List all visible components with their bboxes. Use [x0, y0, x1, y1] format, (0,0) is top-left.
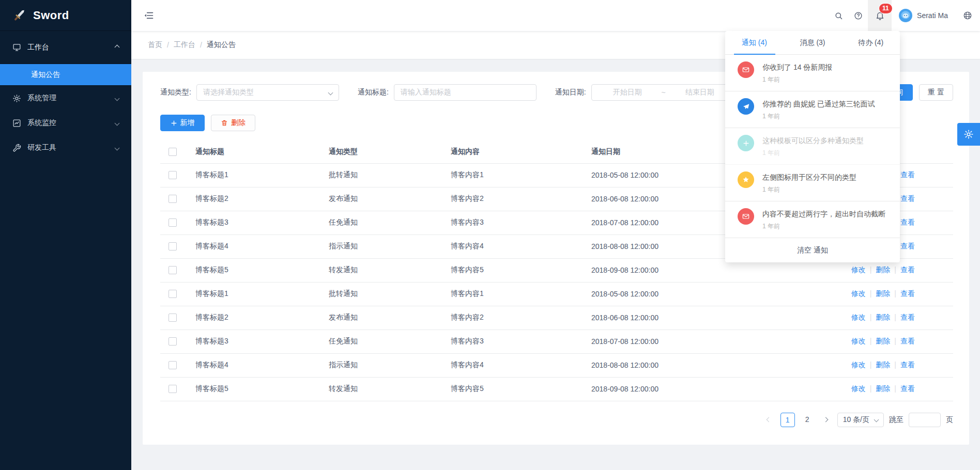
notice-title-input[interactable]: 请输入通知标题 — [394, 84, 537, 101]
delete-link[interactable]: 删除 — [876, 384, 890, 393]
sword-icon — [11, 8, 27, 23]
menu-fold-icon — [144, 10, 154, 21]
notification-item[interactable]: 左侧图标用于区分不同的类型 1 年前 — [725, 165, 900, 201]
chevron-down-icon — [115, 96, 120, 101]
tab-todo[interactable]: 待办 (4) — [841, 31, 900, 54]
table-row: 博客标题4 指示通知 博客内容4 2018-08-08 12:00:00 修改|… — [160, 353, 953, 377]
view-link[interactable]: 查看 — [900, 361, 915, 369]
notification-item[interactable]: 你收到了 14 份新周报 1 年前 — [725, 55, 900, 91]
cell-type: 批转通知 — [323, 282, 445, 306]
notification-item[interactable]: 内容不要超过两行字，超出时自动截断 1 年前 — [725, 201, 900, 238]
row-checkbox[interactable] — [169, 195, 177, 203]
notice-type-select[interactable]: 请选择通知类型 — [196, 84, 339, 101]
chart-icon — [12, 119, 21, 128]
page-size-select[interactable]: 10 条/页 — [837, 413, 884, 427]
breadcrumb-current: 通知公告 — [207, 40, 236, 50]
edit-link[interactable]: 修改 — [851, 289, 866, 297]
breadcrumb-separator: / — [167, 41, 169, 49]
delete-button[interactable]: 删除 — [211, 115, 255, 131]
tab-notice[interactable]: 通知 (4) — [725, 31, 784, 54]
view-link[interactable]: 查看 — [900, 218, 915, 226]
notice-date-range-input[interactable]: 开始日期 ~ 结束日期 — [591, 84, 736, 101]
help-button[interactable] — [848, 0, 868, 31]
breadcrumb-workbench[interactable]: 工作台 — [174, 40, 195, 50]
cell-title: 博客标题5 — [189, 377, 323, 401]
notification-item[interactable]: 你推荐的 曲妮妮 已通过第三轮面试 1 年前 — [725, 91, 900, 128]
user-menu[interactable]: Serati Ma — [892, 0, 955, 31]
cell-content: 博客内容4 — [445, 234, 585, 258]
cell-content: 博客内容2 — [445, 306, 585, 330]
sidebar-item-dev-tools[interactable]: 研发工具 — [0, 135, 131, 160]
view-link[interactable]: 查看 — [900, 242, 915, 250]
row-checkbox[interactable] — [169, 218, 177, 227]
sidebar-item-workbench[interactable]: 工作台 — [0, 31, 131, 64]
cell-type: 任免通知 — [323, 330, 445, 353]
view-link[interactable]: 查看 — [900, 337, 915, 345]
notification-panel: 通知 (4) 消息 (3) 待办 (4) 你收到了 14 份新周报 1 年前 你… — [725, 31, 900, 262]
next-page-button[interactable] — [820, 413, 832, 427]
search-button[interactable] — [829, 0, 848, 31]
menu-fold-button[interactable] — [144, 0, 154, 31]
monitor-icon — [12, 43, 21, 52]
jump-page-input[interactable] — [909, 413, 941, 427]
row-checkbox[interactable] — [169, 242, 177, 250]
theme-settings-button[interactable] — [957, 123, 980, 146]
edit-link[interactable]: 修改 — [851, 337, 866, 345]
delete-link[interactable]: 删除 — [876, 265, 890, 274]
delete-link[interactable]: 删除 — [876, 337, 890, 345]
edit-link[interactable]: 修改 — [851, 313, 866, 321]
edit-link[interactable]: 修改 — [851, 361, 866, 369]
clear-notifications-button[interactable]: 清空 通知 — [725, 238, 900, 262]
sidebar-item-label: 研发工具 — [27, 143, 115, 152]
row-checkbox[interactable] — [169, 385, 177, 393]
prev-page-button[interactable] — [763, 413, 775, 427]
select-all-checkbox[interactable] — [169, 148, 177, 156]
divider: | — [870, 337, 872, 345]
view-link[interactable]: 查看 — [900, 384, 915, 393]
cell-title: 博客标题4 — [189, 353, 323, 377]
row-checkbox[interactable] — [169, 290, 177, 298]
app-logo[interactable]: Sword — [0, 0, 131, 31]
table-row: 博客标题5 转发通知 博客内容5 2018-09-08 12:00:00 修改|… — [160, 377, 953, 401]
cell-date: 2018-07-08 12:00:00 — [585, 330, 819, 353]
page-number-2[interactable]: 2 — [800, 413, 815, 427]
trash-icon — [221, 119, 228, 127]
cell-type: 转发通知 — [323, 258, 445, 282]
edit-link[interactable]: 修改 — [851, 265, 866, 274]
delete-link[interactable]: 删除 — [876, 313, 890, 321]
sidebar-item-notice-active[interactable]: 通知公告 — [0, 64, 131, 86]
reset-button[interactable]: 重 置 — [919, 84, 953, 101]
row-checkbox[interactable] — [169, 171, 177, 179]
header-actions: 11 Serati Ma — [829, 0, 980, 31]
view-link[interactable]: 查看 — [900, 265, 915, 274]
cell-title: 博客标题3 — [189, 330, 323, 353]
page-number-1[interactable]: 1 — [780, 413, 795, 427]
top-header: 11 Serati Ma — [131, 0, 980, 31]
sidebar-item-system-admin[interactable]: 系统管理 — [0, 86, 131, 111]
view-link[interactable]: 查看 — [900, 194, 915, 202]
delete-link[interactable]: 删除 — [876, 289, 890, 297]
add-button[interactable]: 新增 — [160, 115, 205, 131]
app-title: Sword — [33, 9, 69, 22]
breadcrumb-home[interactable]: 首页 — [148, 40, 162, 50]
notifications-button[interactable]: 11 — [868, 0, 892, 31]
notice-type-label: 通知类型: — [160, 88, 191, 97]
row-checkbox[interactable] — [169, 266, 177, 274]
edit-link[interactable]: 修改 — [851, 384, 866, 393]
view-link[interactable]: 查看 — [900, 170, 915, 179]
sidebar-item-system-monitor[interactable]: 系统监控 — [0, 111, 131, 135]
cell-type: 批转通知 — [323, 163, 445, 187]
language-button[interactable] — [955, 0, 980, 31]
notification-time: 1 年前 — [762, 149, 864, 158]
tab-message[interactable]: 消息 (3) — [784, 31, 842, 54]
notification-time: 1 年前 — [762, 112, 875, 121]
row-checkbox[interactable] — [169, 361, 177, 369]
row-checkbox[interactable] — [169, 314, 177, 322]
delete-link[interactable]: 删除 — [876, 361, 890, 369]
view-link[interactable]: 查看 — [900, 289, 915, 297]
view-link[interactable]: 查看 — [900, 313, 915, 321]
row-checkbox[interactable] — [169, 337, 177, 346]
notification-item-read[interactable]: 这种模板可以区分多种通知类型 1 年前 — [725, 128, 900, 165]
cell-type: 发布通知 — [323, 306, 445, 330]
add-button-label: 新增 — [180, 118, 195, 128]
